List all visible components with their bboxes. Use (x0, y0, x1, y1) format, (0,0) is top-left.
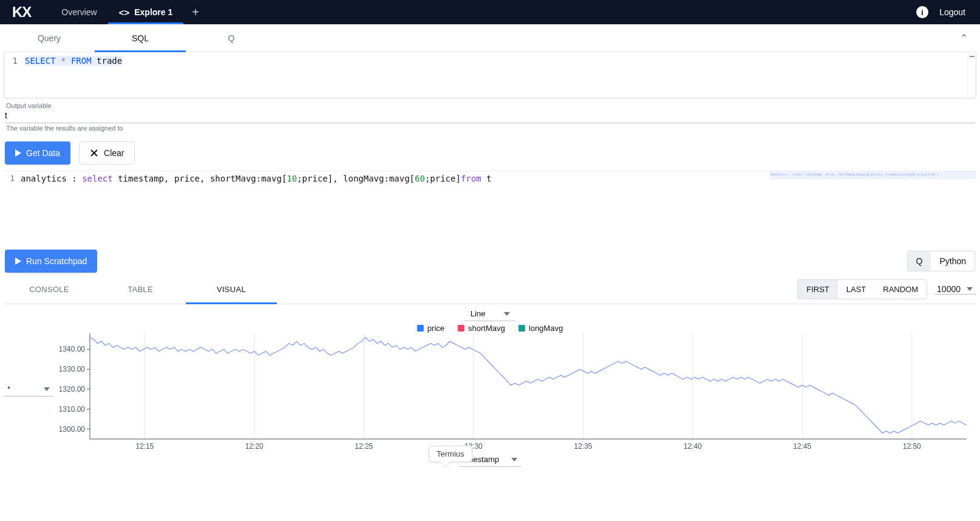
info-icon[interactable]: i (916, 6, 928, 18)
tab-label: Explore 1 (134, 7, 172, 17)
svg-text:1320.00: 1320.00 (60, 385, 85, 393)
chart-panel: Line price shortMavg longMavg * timestam… (4, 304, 976, 468)
svg-text:1300.00: 1300.00 (60, 425, 85, 434)
close-icon (89, 148, 99, 158)
scratch-code[interactable]: analytics : select timestamp, price, sho… (17, 171, 770, 250)
svg-text:12:25: 12:25 (355, 442, 373, 451)
results-tab-row: CONSOLE TABLE VISUAL FIRST LAST RANDOM 1… (4, 275, 976, 304)
tab-label: Overview (61, 7, 97, 17)
query-lang-tab-row: Query SQL Q ⌃ (4, 24, 976, 52)
svg-text:12:35: 12:35 (574, 442, 592, 451)
output-variable-help: The variable the results are assigned to (5, 123, 975, 132)
editor-code[interactable]: SELECT * FROM trade (21, 52, 967, 98)
editor-minimap[interactable] (967, 52, 976, 98)
output-variable-input[interactable] (5, 109, 975, 123)
sample-mode-toggle: FIRST LAST RANDOM (797, 279, 927, 299)
svg-text:12:40: 12:40 (684, 442, 702, 451)
termius-tooltip: Termius (429, 446, 472, 462)
row-count-select[interactable]: 10000 (934, 284, 976, 295)
button-label: Run Scratchpad (26, 256, 87, 266)
button-label: Clear (104, 148, 124, 158)
tab-explore-1[interactable]: <> Explore 1 (108, 0, 184, 24)
legend-swatch (458, 325, 464, 332)
sample-last[interactable]: LAST (838, 280, 875, 299)
y-axis-select[interactable]: * (4, 383, 53, 397)
sample-first[interactable]: FIRST (798, 280, 838, 299)
query-button-row: Get Data Clear (4, 133, 976, 171)
top-nav: KX Overview <> Explore 1 + i Logout (0, 0, 980, 24)
legend-item-price[interactable]: price (417, 324, 444, 333)
svg-text:1330.00: 1330.00 (60, 365, 85, 373)
output-variable-section: Output variable The variable the results… (4, 98, 976, 133)
nav-right: i Logout (916, 6, 975, 18)
output-variable-label: Output variable (5, 102, 975, 109)
code-icon: <> (119, 7, 130, 18)
lang-option-python[interactable]: Python (931, 251, 975, 271)
logo: KX (5, 4, 38, 21)
chevron-down-icon (44, 387, 50, 391)
button-label: Get Data (26, 148, 60, 158)
chevron-down-icon (511, 458, 517, 461)
play-icon (15, 257, 21, 265)
clear-button[interactable]: Clear (79, 141, 134, 165)
lang-tab-sql[interactable]: SQL (95, 24, 186, 52)
plus-icon: + (192, 5, 199, 19)
scratch-minimap[interactable]: analytics : select timestamp, price, sho… (770, 171, 976, 179)
run-scratchpad-button[interactable]: Run Scratchpad (5, 250, 97, 273)
result-tab-table[interactable]: TABLE (95, 275, 186, 304)
logout-link[interactable]: Logout (939, 7, 965, 17)
y-axis-label: * (7, 384, 10, 393)
tab-bar: Overview <> Explore 1 + (50, 0, 208, 24)
sample-random[interactable]: RANDOM (874, 280, 927, 299)
result-tab-console[interactable]: CONSOLE (4, 275, 95, 304)
legend-swatch (417, 325, 424, 332)
legend-item-longmavg[interactable]: longMavg (519, 324, 563, 333)
chart-svg[interactable]: 12:1512:2012:2512:3012:3512:4012:4512:50… (60, 332, 970, 454)
kw-from: FROM (71, 56, 92, 66)
chevron-up-icon: ⌃ (960, 33, 968, 43)
scratch-gutter: 1 (4, 171, 17, 250)
scratchpad-editor[interactable]: 1 analytics : select timestamp, price, s… (4, 171, 976, 250)
legend-label: shortMavg (468, 324, 505, 333)
play-icon (15, 149, 21, 157)
kw-star: * (61, 56, 66, 66)
legend-item-shortmavg[interactable]: shortMavg (458, 324, 505, 333)
svg-text:1310.00: 1310.00 (60, 405, 85, 414)
kw-select: SELECT (25, 56, 56, 66)
run-row: Run Scratchpad Q Python (4, 250, 976, 275)
legend-label: longMavg (529, 324, 563, 333)
get-data-button[interactable]: Get Data (5, 141, 70, 165)
chevron-down-icon (967, 287, 973, 291)
sql-editor[interactable]: 1 SELECT * FROM trade (4, 52, 976, 98)
row-count-value: 10000 (937, 284, 961, 294)
scratchpad-lang-toggle: Q Python (907, 251, 975, 271)
table-name: trade (97, 56, 122, 66)
add-tab-button[interactable]: + (183, 0, 208, 24)
svg-text:1340.00: 1340.00 (60, 345, 85, 353)
lang-option-q[interactable]: Q (908, 251, 931, 271)
chart-type-label: Line (471, 309, 486, 318)
svg-text:12:50: 12:50 (903, 442, 921, 451)
collapse-panel-button[interactable]: ⌃ (951, 32, 976, 44)
lang-tab-q[interactable]: Q (186, 24, 277, 52)
tab-overview[interactable]: Overview (50, 0, 107, 24)
svg-text:12:45: 12:45 (793, 442, 811, 451)
chevron-down-icon (503, 312, 509, 316)
svg-text:12:15: 12:15 (135, 442, 154, 451)
legend-swatch (519, 325, 525, 332)
legend-label: price (427, 324, 444, 333)
lang-tab-query[interactable]: Query (4, 24, 95, 52)
chart-legend: price shortMavg longMavg (417, 324, 563, 333)
editor-gutter: 1 (4, 52, 21, 98)
chart-type-select[interactable]: Line (464, 308, 516, 321)
result-tab-visual[interactable]: VISUAL (186, 275, 277, 304)
svg-text:12:20: 12:20 (245, 442, 264, 451)
